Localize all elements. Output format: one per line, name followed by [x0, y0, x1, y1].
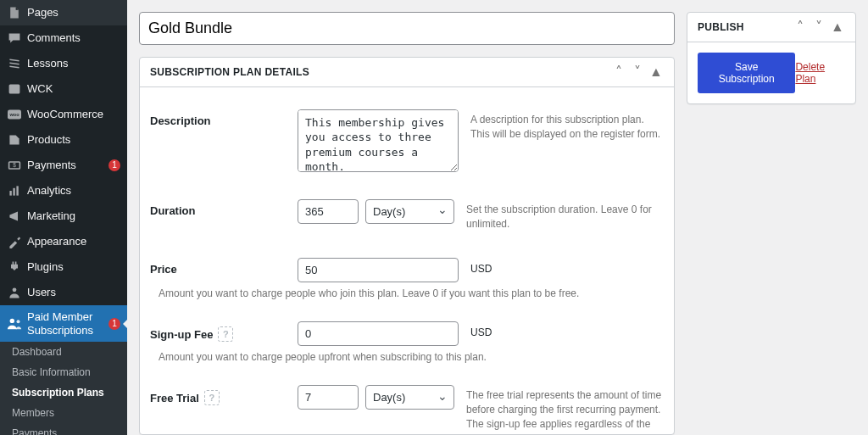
sidebar-item-users[interactable]: Users	[0, 280, 127, 305]
sidebar-item-label: Products	[27, 133, 120, 147]
pms-icon	[7, 316, 22, 332]
svg-rect-0	[9, 84, 20, 93]
sidebar-item-analytics[interactable]: Analytics	[0, 178, 127, 204]
sidebar-item-plugins[interactable]: Plugins	[0, 254, 127, 280]
submenu-item[interactable]: Members	[0, 403, 127, 423]
duration-unit-select[interactable]: Day(s)	[365, 199, 454, 224]
svg-rect-7	[16, 186, 18, 195]
field-help: Amount you want to charge people upfront…	[150, 351, 664, 371]
panel-header-controls: ˄ ˅ ▲	[611, 64, 664, 80]
field-controls: Day(s)	[298, 385, 454, 410]
svg-point-9	[10, 318, 14, 322]
sidebar-item-label: WooCommerce	[27, 108, 120, 121]
field-help: Amount you want to charge people who joi…	[150, 287, 664, 308]
field-controls: Day(s)	[298, 199, 454, 224]
help-icon[interactable]: ?	[218, 326, 233, 342]
field-label: Price	[150, 258, 286, 276]
users-icon	[7, 285, 22, 300]
delete-plan-link[interactable]: Delete Plan	[795, 61, 845, 85]
sidebar-item-wck[interactable]: WCK	[0, 76, 127, 102]
panel-header: SUBSCRIPTION PLAN DETAILS ˄ ˅ ▲	[140, 58, 674, 87]
sidebar-item-appearance[interactable]: Appearance	[0, 229, 127, 254]
payments-icon: $	[7, 158, 22, 173]
help-icon[interactable]: ?	[204, 390, 220, 405]
row-duration: Duration Day(s) Set the subscription dur…	[150, 186, 664, 245]
sidebar-item-pages[interactable]: Pages	[0, 0, 127, 25]
sidebar-item-label: Lessons	[27, 57, 120, 70]
move-down-icon[interactable]: ˅	[630, 64, 645, 80]
sidebar-item-marketing[interactable]: Marketing	[0, 204, 127, 229]
woocommerce-icon: woo	[7, 107, 22, 122]
admin-submenu: Dashboard Basic Information Subscription…	[0, 342, 127, 435]
title-wrap	[139, 12, 675, 45]
free-trial-unit-select[interactable]: Day(s)	[365, 385, 454, 410]
submenu-item[interactable]: Dashboard	[0, 342, 127, 362]
panel-title: PUBLISH	[698, 21, 793, 33]
products-icon	[7, 132, 22, 148]
currency-label: USD	[470, 258, 492, 275]
sidebar-item-payments[interactable]: $ Payments 1	[0, 153, 127, 178]
sidebar-item-label: Comments	[27, 31, 120, 45]
pages-icon	[7, 5, 22, 20]
sidebar-item-label: WCK	[27, 82, 120, 96]
sidebar-item-woocommerce[interactable]: woo WooCommerce	[0, 102, 127, 127]
sidebar-item-label: Plugins	[27, 260, 120, 274]
submenu-item[interactable]: Subscription Plans	[0, 382, 127, 403]
row-signup-fee: Sign-up Fee ? USD	[150, 308, 664, 351]
move-up-icon[interactable]: ˄	[793, 20, 808, 35]
sidebar-item-label: Marketing	[27, 209, 120, 223]
toggle-panel-icon[interactable]: ▲	[830, 20, 845, 35]
notification-badge: 1	[108, 318, 120, 330]
field-help: The free trial represents the amount of …	[466, 385, 664, 434]
toggle-panel-icon[interactable]: ▲	[648, 64, 664, 80]
svg-rect-5	[9, 191, 11, 196]
sidebar-item-comments[interactable]: Comments	[0, 25, 127, 51]
admin-menu: Pages Comments Lessons WCK woo WooCommer…	[0, 0, 127, 342]
svg-text:$: $	[13, 162, 16, 168]
publish-body: Save Subscription Delete Plan	[687, 42, 855, 103]
sidebar-item-label: Pages	[27, 6, 120, 20]
panel-header: PUBLISH ˄ ˅ ▲	[687, 13, 855, 42]
field-label: Description	[150, 109, 286, 127]
field-label: Duration	[150, 199, 286, 217]
row-description: Description A description for this subsc…	[150, 96, 664, 186]
subscription-details-panel: SUBSCRIPTION PLAN DETAILS ˄ ˅ ▲ Descript…	[139, 57, 675, 435]
move-down-icon[interactable]: ˅	[811, 20, 826, 35]
sidebar-item-paid-member-subscriptions[interactable]: Paid Member Subscriptions 1	[0, 305, 127, 342]
signup-fee-input[interactable]	[298, 321, 459, 346]
field-controls	[298, 321, 459, 346]
description-textarea[interactable]	[298, 109, 459, 172]
lessons-icon	[7, 56, 22, 71]
notification-badge: 1	[108, 159, 120, 171]
sidebar-item-lessons[interactable]: Lessons	[0, 51, 127, 76]
duration-input[interactable]	[298, 199, 359, 224]
admin-sidebar: Pages Comments Lessons WCK woo WooCommer…	[0, 0, 127, 435]
sidebar-item-products[interactable]: Products	[0, 127, 127, 153]
move-up-icon[interactable]: ˄	[611, 64, 626, 80]
sidebar-item-label: Analytics	[27, 184, 120, 198]
submenu-item[interactable]: Payments	[0, 423, 127, 435]
field-help: A description for this subscription plan…	[470, 109, 664, 142]
sidebar-item-label: Appearance	[27, 235, 120, 248]
panel-title: SUBSCRIPTION PLAN DETAILS	[150, 66, 611, 78]
left-column: SUBSCRIPTION PLAN DETAILS ˄ ˅ ▲ Descript…	[139, 12, 675, 435]
select-wrap: Day(s)	[365, 199, 454, 224]
wck-icon	[7, 81, 22, 97]
svg-text:woo: woo	[8, 112, 19, 117]
submenu-item[interactable]: Basic Information	[0, 362, 127, 382]
main-content: SUBSCRIPTION PLAN DETAILS ˄ ˅ ▲ Descript…	[127, 0, 868, 435]
select-wrap: Day(s)	[365, 385, 454, 410]
price-input[interactable]	[298, 258, 459, 282]
sidebar-item-label: Payments	[27, 159, 103, 172]
plan-title-input[interactable]	[139, 12, 675, 45]
field-label: Sign-up Fee ?	[150, 321, 286, 342]
marketing-icon	[7, 209, 22, 224]
free-trial-input[interactable]	[298, 385, 359, 410]
field-controls	[298, 109, 459, 172]
svg-rect-6	[13, 188, 14, 196]
plugins-icon	[7, 259, 22, 275]
right-column: PUBLISH ˄ ˅ ▲ Save Subscription Delete P…	[687, 12, 856, 435]
save-subscription-button[interactable]: Save Subscription	[698, 53, 795, 93]
field-help: Set the subscription duration. Leave 0 f…	[466, 199, 664, 231]
panel-header-controls: ˄ ˅ ▲	[793, 20, 845, 35]
